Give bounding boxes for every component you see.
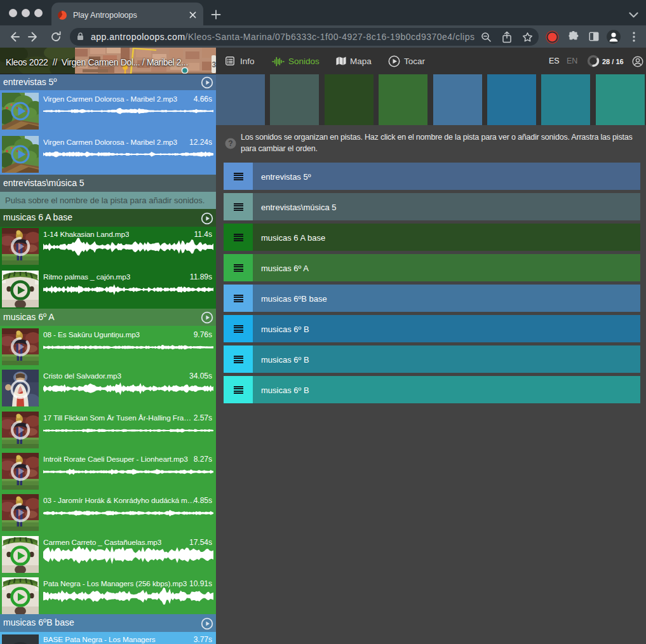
svg-text:?: ? bbox=[228, 139, 232, 148]
svg-text:3: 3 bbox=[212, 60, 217, 69]
